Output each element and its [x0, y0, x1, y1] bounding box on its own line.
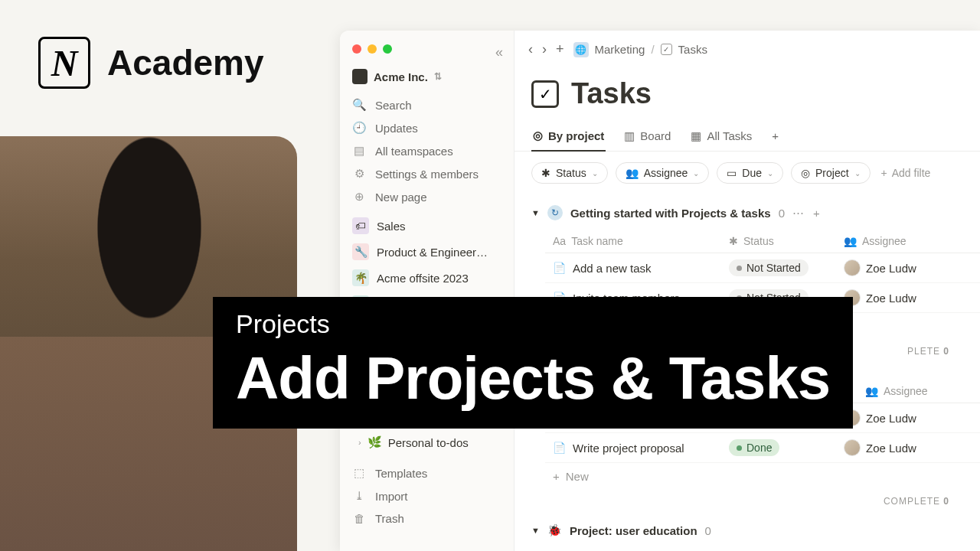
view-icon: ▦ [691, 129, 701, 143]
new-page-button[interactable]: ⊕New page [340, 185, 514, 208]
triangle-down-icon: ▼ [531, 208, 540, 217]
sidebar: « Acme Inc. ⇅ 🔍Search 🕘Updates ▤All team… [340, 31, 514, 551]
trash-icon: 🗑 [352, 512, 366, 525]
topbar: ‹ › + 🌐 Marketing / ✓ Tasks [514, 31, 980, 68]
workspace-icon [352, 69, 368, 84]
table-header: AaTask name ✱Status 👥Assignee [545, 230, 980, 253]
plus-icon: + [772, 129, 779, 142]
trash-button[interactable]: 🗑Trash [340, 507, 514, 530]
search-button[interactable]: 🔍Search [340, 93, 514, 116]
chevron-updown-icon: ⇅ [434, 71, 442, 82]
chevron-down-icon: ⌄ [854, 169, 861, 178]
view-icon: ▥ [624, 129, 635, 143]
sidebar-teamspace-item[interactable]: 🔧 Product & Engineer… [340, 239, 514, 265]
teamspace-icon: 🔧 [352, 243, 369, 260]
view-tab[interactable]: ▥ Board [622, 123, 672, 151]
sidebar-teamspace-item[interactable]: 🌴 Acme offsite 2023 [340, 265, 514, 291]
bug-icon: 🐞 [547, 523, 562, 537]
overlay-title: Add Projects & Tasks [213, 344, 853, 429]
checkbox-large-icon: ✓ [531, 80, 559, 108]
add-filter-button[interactable]: +Add filte [878, 162, 934, 184]
chevron-down-icon: ⌄ [693, 169, 699, 178]
view-tabs: ◎ By project ▥ Board ▦ All Tasks + [514, 118, 980, 152]
collapse-sidebar-icon[interactable]: « [495, 44, 503, 60]
text-icon: Aa [553, 235, 566, 247]
status-badge[interactable]: Not Started [729, 259, 808, 276]
view-tab[interactable]: ◎ By project [531, 122, 606, 152]
project-icon: ↻ [547, 205, 563, 220]
filter-icon: 👥 [626, 167, 639, 179]
teamspace-icon: 🏷 [352, 217, 369, 234]
app-window: « Acme Inc. ⇅ 🔍Search 🕘Updates ▤All team… [340, 31, 980, 551]
plus-icon: + [881, 167, 887, 179]
filter-icon: ◎ [801, 167, 810, 179]
leaf-icon: 🌿 [368, 435, 382, 449]
maximize-icon[interactable] [383, 44, 392, 54]
more-icon[interactable]: ⋯ [792, 206, 805, 220]
templates-button[interactable]: ⬚Templates [340, 461, 514, 484]
workspace-name: Acme Inc. [374, 70, 428, 83]
search-icon: 🔍 [352, 98, 366, 112]
status-badge[interactable]: Done [729, 439, 779, 456]
new-tab-button[interactable]: + [556, 41, 564, 57]
back-button[interactable]: ‹ [528, 41, 533, 57]
building-icon: ▤ [352, 144, 366, 158]
notion-logo-icon: N [38, 37, 90, 89]
filter-pill[interactable]: ◎ Project ⌄ [791, 162, 871, 184]
sidebar-item-personal-todos[interactable]: › 🌿 Personal to-dos [340, 431, 514, 454]
brand-header: N Academy [38, 37, 264, 89]
workspace-switcher[interactable]: Acme Inc. ⇅ [340, 64, 514, 93]
sidebar-teamspace-item[interactable]: 🏷 Sales [340, 213, 514, 239]
globe-icon: 🌐 [573, 42, 589, 57]
updates-button[interactable]: 🕘Updates [340, 116, 514, 139]
plus-icon: + [553, 470, 560, 483]
status-icon: ✱ [729, 235, 738, 247]
chevron-right-icon: › [358, 438, 361, 447]
overlay-category: Projects [213, 297, 853, 344]
filter-pill[interactable]: ✱ Status ⌄ [531, 162, 608, 184]
group-header[interactable]: ▼ ↻ Getting started with Projects & task… [514, 201, 980, 225]
plus-icon[interactable]: + [813, 207, 820, 220]
chevron-down-icon: ⌄ [767, 169, 773, 178]
triangle-down-icon: ▼ [531, 526, 540, 535]
checkbox-icon: ✓ [661, 44, 672, 55]
all-teamspaces-button[interactable]: ▤All teamspaces [340, 139, 514, 162]
filter-icon: ✱ [541, 167, 550, 179]
import-button[interactable]: ⤓Import [340, 484, 514, 507]
document-icon: 📄 [553, 442, 566, 454]
table-row[interactable]: 📄Write project proposal Done Zoe Ludw [545, 433, 980, 463]
gear-icon: ⚙ [352, 167, 366, 181]
filter-pill[interactable]: 👥 Assignee ⌄ [616, 162, 710, 184]
main-content: ‹ › + 🌐 Marketing / ✓ Tasks ✓ Tasks ◎ By… [514, 31, 980, 551]
view-icon: ◎ [533, 129, 543, 142]
page-title: ✓ Tasks [514, 68, 980, 118]
brand-text: Academy [107, 42, 264, 83]
new-row-button[interactable]: +New [545, 463, 980, 490]
filter-icon: ▭ [727, 167, 737, 179]
people-icon: 👥 [844, 235, 857, 247]
people-icon: 👥 [865, 385, 878, 397]
clock-icon: 🕘 [352, 121, 366, 135]
avatar [844, 439, 861, 456]
template-icon: ⬚ [352, 466, 366, 480]
minimize-icon[interactable] [368, 44, 377, 54]
chevron-down-icon: ⌄ [592, 169, 598, 178]
forward-button[interactable]: › [542, 41, 547, 57]
table-row[interactable]: 📄Add a new task Not Started Zoe Ludw [545, 253, 980, 283]
video-title-overlay: Projects Add Projects & Tasks [213, 297, 853, 429]
settings-button[interactable]: ⚙Settings & members [340, 162, 514, 185]
close-icon[interactable] [352, 44, 361, 54]
teamspace-icon: 🌴 [352, 269, 369, 286]
plus-circle-icon: ⊕ [352, 190, 366, 204]
group-header[interactable]: ▼ 🐞 Project: user education 0 [514, 519, 980, 542]
download-icon: ⤓ [352, 489, 366, 503]
breadcrumb[interactable]: 🌐 Marketing / ✓ Tasks [573, 42, 707, 57]
filter-bar: ✱ Status ⌄ 👥 Assignee ⌄ ▭ Due ⌄ ◎ Projec… [514, 152, 980, 194]
view-tab[interactable]: ▦ All Tasks [689, 123, 753, 151]
complete-count: COMPLETE 0 [514, 490, 980, 513]
avatar [844, 259, 861, 276]
document-icon: 📄 [553, 262, 566, 274]
window-controls [340, 40, 514, 64]
add-view-button[interactable]: + [770, 123, 780, 150]
filter-pill[interactable]: ▭ Due ⌄ [717, 162, 783, 184]
